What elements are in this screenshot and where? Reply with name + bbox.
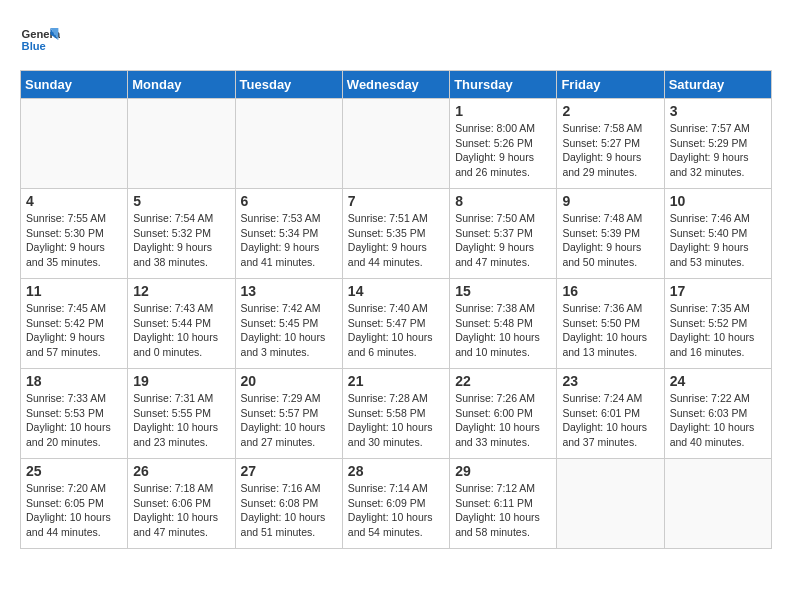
logo: General Blue (20, 20, 64, 60)
day-info: Sunrise: 7:22 AMSunset: 6:03 PMDaylight:… (670, 391, 766, 450)
day-info: Sunrise: 7:26 AMSunset: 6:00 PMDaylight:… (455, 391, 551, 450)
calendar-cell: 4Sunrise: 7:55 AMSunset: 5:30 PMDaylight… (21, 189, 128, 279)
col-header-friday: Friday (557, 71, 664, 99)
col-header-sunday: Sunday (21, 71, 128, 99)
day-number: 23 (562, 373, 658, 389)
day-info: Sunrise: 7:55 AMSunset: 5:30 PMDaylight:… (26, 211, 122, 270)
day-info: Sunrise: 7:12 AMSunset: 6:11 PMDaylight:… (455, 481, 551, 540)
calendar-cell: 18Sunrise: 7:33 AMSunset: 5:53 PMDayligh… (21, 369, 128, 459)
calendar-cell: 16Sunrise: 7:36 AMSunset: 5:50 PMDayligh… (557, 279, 664, 369)
calendar-cell: 15Sunrise: 7:38 AMSunset: 5:48 PMDayligh… (450, 279, 557, 369)
calendar-cell (664, 459, 771, 549)
day-info: Sunrise: 7:16 AMSunset: 6:08 PMDaylight:… (241, 481, 337, 540)
calendar-cell: 23Sunrise: 7:24 AMSunset: 6:01 PMDayligh… (557, 369, 664, 459)
day-number: 6 (241, 193, 337, 209)
calendar-cell: 19Sunrise: 7:31 AMSunset: 5:55 PMDayligh… (128, 369, 235, 459)
day-number: 27 (241, 463, 337, 479)
day-number: 26 (133, 463, 229, 479)
day-number: 20 (241, 373, 337, 389)
day-info: Sunrise: 7:38 AMSunset: 5:48 PMDaylight:… (455, 301, 551, 360)
day-info: Sunrise: 7:36 AMSunset: 5:50 PMDaylight:… (562, 301, 658, 360)
calendar-cell: 26Sunrise: 7:18 AMSunset: 6:06 PMDayligh… (128, 459, 235, 549)
day-info: Sunrise: 7:18 AMSunset: 6:06 PMDaylight:… (133, 481, 229, 540)
day-number: 5 (133, 193, 229, 209)
calendar-cell (342, 99, 449, 189)
day-info: Sunrise: 7:54 AMSunset: 5:32 PMDaylight:… (133, 211, 229, 270)
week-row-3: 11Sunrise: 7:45 AMSunset: 5:42 PMDayligh… (21, 279, 772, 369)
day-number: 12 (133, 283, 229, 299)
calendar-cell: 3Sunrise: 7:57 AMSunset: 5:29 PMDaylight… (664, 99, 771, 189)
calendar-cell: 11Sunrise: 7:45 AMSunset: 5:42 PMDayligh… (21, 279, 128, 369)
col-header-tuesday: Tuesday (235, 71, 342, 99)
calendar-cell: 10Sunrise: 7:46 AMSunset: 5:40 PMDayligh… (664, 189, 771, 279)
day-number: 9 (562, 193, 658, 209)
calendar-cell: 7Sunrise: 7:51 AMSunset: 5:35 PMDaylight… (342, 189, 449, 279)
day-info: Sunrise: 7:40 AMSunset: 5:47 PMDaylight:… (348, 301, 444, 360)
day-number: 17 (670, 283, 766, 299)
week-row-5: 25Sunrise: 7:20 AMSunset: 6:05 PMDayligh… (21, 459, 772, 549)
day-info: Sunrise: 7:50 AMSunset: 5:37 PMDaylight:… (455, 211, 551, 270)
week-row-4: 18Sunrise: 7:33 AMSunset: 5:53 PMDayligh… (21, 369, 772, 459)
day-number: 16 (562, 283, 658, 299)
calendar-cell: 20Sunrise: 7:29 AMSunset: 5:57 PMDayligh… (235, 369, 342, 459)
day-number: 14 (348, 283, 444, 299)
day-number: 13 (241, 283, 337, 299)
day-number: 8 (455, 193, 551, 209)
day-info: Sunrise: 7:14 AMSunset: 6:09 PMDaylight:… (348, 481, 444, 540)
calendar-cell: 1Sunrise: 8:00 AMSunset: 5:26 PMDaylight… (450, 99, 557, 189)
day-number: 15 (455, 283, 551, 299)
day-number: 24 (670, 373, 766, 389)
day-number: 21 (348, 373, 444, 389)
day-info: Sunrise: 7:31 AMSunset: 5:55 PMDaylight:… (133, 391, 229, 450)
day-info: Sunrise: 7:48 AMSunset: 5:39 PMDaylight:… (562, 211, 658, 270)
calendar-cell: 22Sunrise: 7:26 AMSunset: 6:00 PMDayligh… (450, 369, 557, 459)
calendar-cell (21, 99, 128, 189)
col-header-saturday: Saturday (664, 71, 771, 99)
day-number: 28 (348, 463, 444, 479)
day-info: Sunrise: 7:29 AMSunset: 5:57 PMDaylight:… (241, 391, 337, 450)
day-number: 29 (455, 463, 551, 479)
day-info: Sunrise: 7:45 AMSunset: 5:42 PMDaylight:… (26, 301, 122, 360)
calendar-cell (557, 459, 664, 549)
day-info: Sunrise: 7:35 AMSunset: 5:52 PMDaylight:… (670, 301, 766, 360)
col-header-wednesday: Wednesday (342, 71, 449, 99)
day-info: Sunrise: 7:53 AMSunset: 5:34 PMDaylight:… (241, 211, 337, 270)
week-row-1: 1Sunrise: 8:00 AMSunset: 5:26 PMDaylight… (21, 99, 772, 189)
calendar-cell: 8Sunrise: 7:50 AMSunset: 5:37 PMDaylight… (450, 189, 557, 279)
col-header-monday: Monday (128, 71, 235, 99)
calendar-header-row: SundayMondayTuesdayWednesdayThursdayFrid… (21, 71, 772, 99)
calendar-cell: 24Sunrise: 7:22 AMSunset: 6:03 PMDayligh… (664, 369, 771, 459)
day-number: 3 (670, 103, 766, 119)
day-number: 4 (26, 193, 122, 209)
svg-text:Blue: Blue (22, 40, 46, 52)
calendar-cell: 25Sunrise: 7:20 AMSunset: 6:05 PMDayligh… (21, 459, 128, 549)
calendar-cell: 9Sunrise: 7:48 AMSunset: 5:39 PMDaylight… (557, 189, 664, 279)
day-info: Sunrise: 7:24 AMSunset: 6:01 PMDaylight:… (562, 391, 658, 450)
calendar-cell: 12Sunrise: 7:43 AMSunset: 5:44 PMDayligh… (128, 279, 235, 369)
day-number: 22 (455, 373, 551, 389)
calendar-cell (235, 99, 342, 189)
day-info: Sunrise: 7:20 AMSunset: 6:05 PMDaylight:… (26, 481, 122, 540)
day-info: Sunrise: 7:43 AMSunset: 5:44 PMDaylight:… (133, 301, 229, 360)
calendar-cell: 29Sunrise: 7:12 AMSunset: 6:11 PMDayligh… (450, 459, 557, 549)
day-info: Sunrise: 7:58 AMSunset: 5:27 PMDaylight:… (562, 121, 658, 180)
calendar-cell: 13Sunrise: 7:42 AMSunset: 5:45 PMDayligh… (235, 279, 342, 369)
day-info: Sunrise: 7:57 AMSunset: 5:29 PMDaylight:… (670, 121, 766, 180)
day-number: 2 (562, 103, 658, 119)
day-number: 10 (670, 193, 766, 209)
day-info: Sunrise: 7:46 AMSunset: 5:40 PMDaylight:… (670, 211, 766, 270)
calendar-cell: 5Sunrise: 7:54 AMSunset: 5:32 PMDaylight… (128, 189, 235, 279)
calendar-cell: 6Sunrise: 7:53 AMSunset: 5:34 PMDaylight… (235, 189, 342, 279)
calendar-cell: 2Sunrise: 7:58 AMSunset: 5:27 PMDaylight… (557, 99, 664, 189)
day-number: 25 (26, 463, 122, 479)
day-number: 19 (133, 373, 229, 389)
day-info: Sunrise: 8:00 AMSunset: 5:26 PMDaylight:… (455, 121, 551, 180)
calendar-cell: 21Sunrise: 7:28 AMSunset: 5:58 PMDayligh… (342, 369, 449, 459)
day-number: 18 (26, 373, 122, 389)
day-info: Sunrise: 7:42 AMSunset: 5:45 PMDaylight:… (241, 301, 337, 360)
calendar-cell: 28Sunrise: 7:14 AMSunset: 6:09 PMDayligh… (342, 459, 449, 549)
week-row-2: 4Sunrise: 7:55 AMSunset: 5:30 PMDaylight… (21, 189, 772, 279)
calendar-cell: 27Sunrise: 7:16 AMSunset: 6:08 PMDayligh… (235, 459, 342, 549)
day-number: 1 (455, 103, 551, 119)
day-number: 7 (348, 193, 444, 209)
